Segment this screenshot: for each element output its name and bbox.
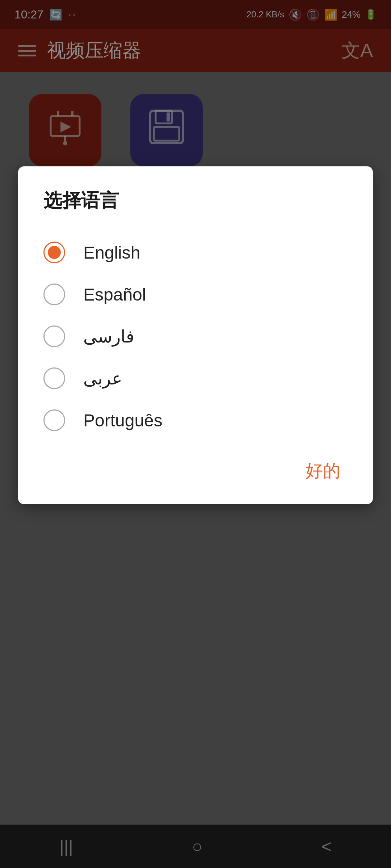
ok-button[interactable]: 好的 [298, 456, 348, 486]
language-option-english[interactable]: English [43, 231, 348, 273]
language-option-portuguese[interactable]: Português [43, 399, 348, 441]
language-label-arabic: عربی [83, 368, 122, 388]
radio-farsi[interactable] [43, 326, 65, 347]
language-label-farsi: فارسی [83, 326, 134, 346]
language-label-english: English [83, 243, 140, 263]
language-option-espanol[interactable]: Español [43, 273, 348, 315]
radio-english-fill [48, 246, 61, 259]
radio-english[interactable] [43, 242, 65, 263]
language-option-arabic[interactable]: عربی [43, 357, 348, 399]
dialog-actions: 好的 [43, 456, 348, 486]
language-label-espanol: Español [83, 285, 146, 305]
dialog-title: 选择语言 [43, 188, 348, 213]
radio-espanol[interactable] [43, 284, 65, 305]
language-option-farsi[interactable]: فارسی [43, 315, 348, 357]
language-label-portuguese: Português [83, 410, 163, 430]
radio-portuguese[interactable] [43, 409, 65, 431]
radio-arabic[interactable] [43, 367, 65, 389]
language-dialog: 选择语言 English Español فارسی عربی Portuguê… [18, 166, 373, 504]
